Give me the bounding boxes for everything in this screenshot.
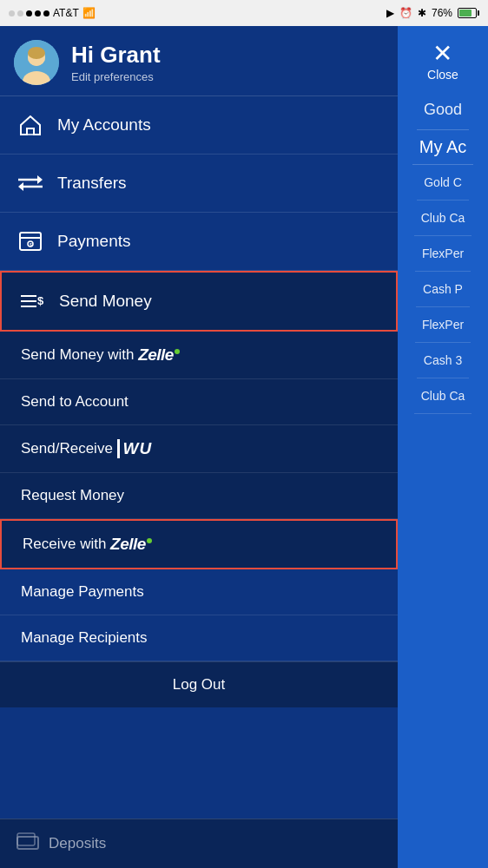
dot1 [9,10,15,16]
send-zelle-label: Send Money with [21,346,138,364]
right-item-4[interactable]: FlexPer [415,307,471,343]
home-icon [16,110,45,140]
menu-item-send-money[interactable]: $ Send Money [0,271,398,332]
deposits-label: Deposits [49,835,106,852]
menu-item-my-accounts[interactable]: My Accounts [0,96,398,155]
manage-payments-label: Manage Payments [21,583,144,601]
right-item-1[interactable]: Club Ca [414,201,472,236]
dot4 [35,10,41,16]
right-section-title: My Ac [412,130,473,165]
send-money-label: Send Money [59,292,152,311]
alarm-icon: ⏰ [399,7,412,19]
send-money-icon: $ [17,286,47,316]
zelle-brand-send: Zelle [138,345,180,365]
logout-item[interactable]: Log Out [0,661,398,707]
user-header[interactable]: Hi Grant Edit preferences [0,26,398,96]
svg-text:$: $ [30,242,32,247]
right-item-0[interactable]: Gold C [417,165,469,201]
battery-fill [459,10,472,16]
payments-icon: $ [16,227,45,256]
payments-label: Payments [57,232,130,251]
dot3 [26,10,32,16]
status-bar: AT&T 📶 ▶ ⏰ ✱ 76% [0,0,488,26]
close-button[interactable]: ✕ Close [427,26,458,90]
transfer-icon [16,168,45,198]
dot5 [43,10,49,16]
signal-dots [9,10,49,16]
avatar [14,40,59,85]
menu-item-manage-recipients[interactable]: Manage Recipients [0,615,398,661]
svg-rect-19 [17,833,35,845]
menu-item-send-wu[interactable]: Send/Receive WU [0,425,398,473]
zelle-brand-receive: Zelle [110,535,152,554]
edit-preferences-link[interactable]: Edit preferences [71,70,161,83]
battery-percent: 76% [432,7,452,19]
main-panels: Hi Grant Edit preferences My Accounts [0,26,488,868]
right-item-3[interactable]: Cash P [416,272,470,307]
send-account-label: Send to Account [21,393,129,411]
right-greeting: Good [417,90,469,130]
svg-rect-5 [27,128,34,135]
bluetooth-icon: ✱ [418,7,426,19]
left-panel: Hi Grant Edit preferences My Accounts [0,26,398,868]
status-right: ▶ ⏰ ✱ 76% [386,7,479,19]
menu-item-payments[interactable]: $ Payments [0,213,398,271]
right-item-5[interactable]: Cash 3 [417,343,469,378]
request-money-label: Request Money [21,487,124,504]
right-item-2[interactable]: FlexPer [415,236,471,272]
send-wu-prefix: Send/Receive [21,440,117,457]
wu-brand: WU [117,439,153,458]
user-info: Hi Grant Edit preferences [71,42,161,83]
menu-item-request-money[interactable]: Request Money [0,473,398,519]
menu-item-send-account[interactable]: Send to Account [0,379,398,425]
battery-tip [478,10,479,16]
transfers-label: Transfers [57,174,127,193]
receive-zelle-prefix: Receive with [23,536,110,553]
location-icon: ▶ [386,7,394,19]
my-accounts-label: My Accounts [57,115,151,135]
wifi-icon: 📶 [82,7,96,19]
svg-point-4 [28,47,45,59]
close-label: Close [427,68,458,82]
close-x-icon: ✕ [432,42,452,66]
carrier-label: AT&T [53,7,79,19]
svg-text:$: $ [37,294,44,307]
manage-recipients-label: Manage Recipients [21,629,148,647]
svg-marker-9 [18,182,23,191]
status-left: AT&T 📶 [9,7,96,19]
logout-label: Log Out [173,676,226,693]
menu-item-receive-zelle[interactable]: Receive with Zelle [0,519,398,569]
deposits-nav[interactable]: Deposits [0,819,398,868]
menu-item-manage-payments[interactable]: Manage Payments [0,569,398,615]
user-greeting: Hi Grant [71,42,161,69]
right-item-6[interactable]: Club Ca [414,378,472,414]
dot2 [17,10,23,16]
menu-item-transfers[interactable]: Transfers [0,155,398,213]
menu-item-send-zelle[interactable]: Send Money with Zelle [0,332,398,379]
deposits-icon [16,832,40,856]
battery-indicator [458,8,479,18]
svg-marker-7 [37,175,43,184]
right-panel: ✕ Close Good My Ac Gold C Club Ca FlexPe… [398,26,488,868]
